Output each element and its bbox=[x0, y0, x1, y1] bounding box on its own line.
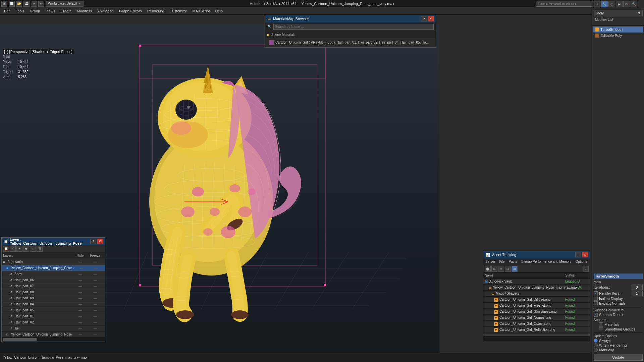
menu-group[interactable]: Group bbox=[27, 8, 43, 14]
layer-add-btn[interactable]: + bbox=[16, 246, 22, 252]
layer-move-btn[interactable]: ↑ bbox=[30, 246, 36, 252]
at-row-opacity[interactable]: P Cartoon_Unicorn_Girl_Opacity.png Found bbox=[483, 321, 590, 327]
menu-edit[interactable]: Edit bbox=[1, 8, 13, 14]
layer-props-btn[interactable]: ⚙ bbox=[37, 246, 43, 252]
layer-row-hair05[interactable]: ↺ Hair_part_05 — — bbox=[2, 307, 105, 313]
at-tb-3[interactable]: ≡ bbox=[498, 266, 504, 272]
layers-close-btn[interactable]: ✕ bbox=[97, 239, 103, 244]
modifier-editable-poly[interactable]: Editable Poly bbox=[593, 33, 643, 39]
at-tb-4[interactable]: ⊟ bbox=[505, 266, 511, 272]
at-row-reflection[interactable]: P Cartoon_Unicorn_Girl_Reflection.png Fo… bbox=[483, 327, 590, 333]
mat-search-input[interactable] bbox=[273, 24, 434, 30]
layer-row-default[interactable]: ■ 0 (default) — — bbox=[2, 259, 105, 265]
hierarchy-icon-btn[interactable]: ⬡ bbox=[608, 1, 615, 7]
manually-radio[interactable] bbox=[594, 348, 598, 352]
undo-btn[interactable]: ↩ bbox=[31, 1, 37, 7]
at-row-fresnel[interactable]: P Cartoon_Unicorn_Girl_Fresnel.png Found bbox=[483, 303, 590, 309]
update-button[interactable]: Update bbox=[594, 354, 643, 361]
layer-row-hair07[interactable]: ↺ Hair_part_07 — — bbox=[2, 283, 105, 289]
materials-checkbox[interactable] bbox=[599, 322, 603, 326]
layers-help-btn[interactable]: ? bbox=[90, 239, 96, 244]
at-scrollbar-thumb[interactable] bbox=[483, 334, 590, 336]
iterations-input[interactable] bbox=[631, 285, 643, 290]
at-row-vault[interactable]: 🏛 Autodesk Vault Logged O bbox=[483, 279, 590, 285]
isoline-checkbox[interactable] bbox=[594, 297, 598, 301]
modify-icon-btn[interactable]: 🔧 bbox=[601, 1, 608, 7]
app-icon[interactable]: ▣ bbox=[1, 1, 7, 7]
at-menu-options[interactable]: Options bbox=[575, 260, 588, 263]
layer-row-hair02[interactable]: ↺ Hair_part_02 — — bbox=[2, 319, 105, 325]
mat-browser-close-btn[interactable]: ✕ bbox=[428, 16, 434, 21]
layer-row-hair01[interactable]: ↺ Hair_part_01 — — bbox=[2, 313, 105, 319]
menu-animation[interactable]: Animation bbox=[95, 8, 116, 14]
create-icon-btn[interactable]: ✦ bbox=[594, 1, 600, 7]
at-row-diffuse[interactable]: P Cartoon_Unicorn_Girl_Diffuse.png Found bbox=[483, 297, 590, 303]
layer-row-hair09[interactable]: ↺ Hair_part_09 — — bbox=[2, 295, 105, 301]
at-horizontal-scrollbar[interactable] bbox=[483, 337, 590, 341]
at-row-max-file[interactable]: 🗃 Yellow_Cartoon_Unicorn_Jumping_Pose_ma… bbox=[483, 285, 590, 291]
menu-tools[interactable]: Tools bbox=[13, 8, 27, 14]
at-menu-bitmap[interactable]: Bitmap Performance and Memory bbox=[521, 260, 572, 263]
at-row-maps-folder[interactable]: 🗂 Maps / Shaders bbox=[483, 291, 590, 297]
turbosmooth-icon bbox=[595, 27, 599, 32]
at-scrollbar[interactable] bbox=[483, 333, 590, 337]
at-tb-2[interactable]: ⊞ bbox=[491, 266, 497, 272]
object-selector[interactable]: Body ▼ bbox=[594, 10, 643, 16]
layer-row-tail[interactable]: ↺ Tail — — bbox=[2, 325, 105, 331]
motion-icon-btn[interactable]: ▶ bbox=[616, 1, 623, 7]
when-rendering-radio[interactable] bbox=[594, 343, 598, 347]
redo-btn[interactable]: ↪ bbox=[38, 1, 44, 7]
layers-scrollbar[interactable] bbox=[2, 338, 105, 342]
svg-point-64 bbox=[229, 184, 240, 192]
svg-rect-72 bbox=[139, 45, 141, 47]
scene-material-item[interactable]: Cartoon_Unicorn_Girl ( VRayMtl ) [Body, … bbox=[265, 38, 436, 47]
layer-new-btn[interactable]: 📋 bbox=[3, 246, 9, 252]
menu-rendering[interactable]: Rendering bbox=[145, 8, 167, 14]
layers-toolbar: 📋 ✕ + ◆ ↑ ⚙ bbox=[2, 245, 105, 252]
layer-row-hair08[interactable]: ↺ Hair_part_08 — — bbox=[2, 289, 105, 295]
svg-line-13 bbox=[352, 252, 389, 309]
layer-row-unicorn2[interactable]: □ Yellow_Cartoon_Unicorn_Jumping_Pose — … bbox=[2, 331, 105, 338]
menu-help[interactable]: Help bbox=[213, 8, 226, 14]
always-radio[interactable] bbox=[594, 339, 598, 343]
menu-create[interactable]: Create bbox=[58, 8, 74, 14]
mat-browser-help-btn[interactable]: ? bbox=[421, 16, 427, 21]
menu-graph-editors[interactable]: Graph Editors bbox=[116, 8, 145, 14]
layer-delete-btn[interactable]: ✕ bbox=[10, 246, 16, 252]
utilities-icon-btn[interactable]: 🔨 bbox=[631, 1, 637, 7]
menu-views[interactable]: Views bbox=[43, 8, 58, 14]
explicit-normals-checkbox[interactable] bbox=[594, 301, 598, 305]
at-minimize-btn[interactable]: ─ bbox=[575, 252, 581, 257]
menu-modifiers[interactable]: Modifiers bbox=[74, 8, 95, 14]
layers-scrollbar-thumb[interactable] bbox=[3, 338, 37, 341]
at-menu-paths[interactable]: Paths bbox=[508, 260, 518, 263]
at-menu-file[interactable]: File bbox=[498, 260, 505, 263]
new-btn[interactable]: 📄 bbox=[9, 1, 15, 7]
at-menu-server[interactable]: Server bbox=[485, 260, 496, 263]
at-tb-help[interactable]: ? bbox=[583, 266, 589, 272]
at-close-btn[interactable]: ✕ bbox=[582, 252, 588, 257]
at-row-glossiness[interactable]: P Cartoon_Unicorn_Girl_Glossiness.png Fo… bbox=[483, 309, 590, 315]
editpoly-icon bbox=[595, 34, 599, 38]
svg-point-36 bbox=[171, 121, 191, 135]
layer-row-hair04[interactable]: ↺ Hair_part_04 — — bbox=[2, 301, 105, 307]
at-row-normal[interactable]: P Cartoon_Unicorn_Girl_Normal.png Found bbox=[483, 315, 590, 321]
render-iters-checkbox[interactable] bbox=[594, 291, 598, 295]
layer-row-body[interactable]: ↺ Body — — bbox=[2, 271, 105, 277]
modifier-turbosmooth[interactable]: TurboSmooth bbox=[593, 26, 643, 33]
display-icon-btn[interactable]: 👁 bbox=[623, 1, 630, 7]
save-btn[interactable]: 💾 bbox=[23, 1, 30, 7]
menu-customize[interactable]: Customize bbox=[167, 8, 190, 14]
layer-row-unicorn[interactable]: ■ Yellow_Cartoon_Unicorn_Jumping_Pose ✓ … bbox=[2, 265, 105, 271]
render-iters-input[interactable] bbox=[631, 291, 643, 296]
layer-sel-btn[interactable]: ◆ bbox=[23, 246, 29, 252]
at-tb-1[interactable]: ⬤ bbox=[485, 266, 491, 272]
open-btn[interactable]: 📂 bbox=[16, 1, 22, 7]
smooth-result-checkbox[interactable] bbox=[594, 313, 598, 317]
workspace-dropdown-icon[interactable]: ▼ bbox=[78, 2, 81, 5]
menu-maxscript[interactable]: MAXScript bbox=[190, 8, 213, 14]
layer-row-hair06[interactable]: ↺ Hair_part_06 — — bbox=[2, 277, 105, 283]
smoothing-groups-checkbox[interactable] bbox=[599, 327, 603, 331]
at-tb-5[interactable]: ▦ bbox=[512, 266, 518, 272]
material-browser-title-bar: 🗂 Material/Map Browser ? ✕ bbox=[265, 15, 436, 22]
